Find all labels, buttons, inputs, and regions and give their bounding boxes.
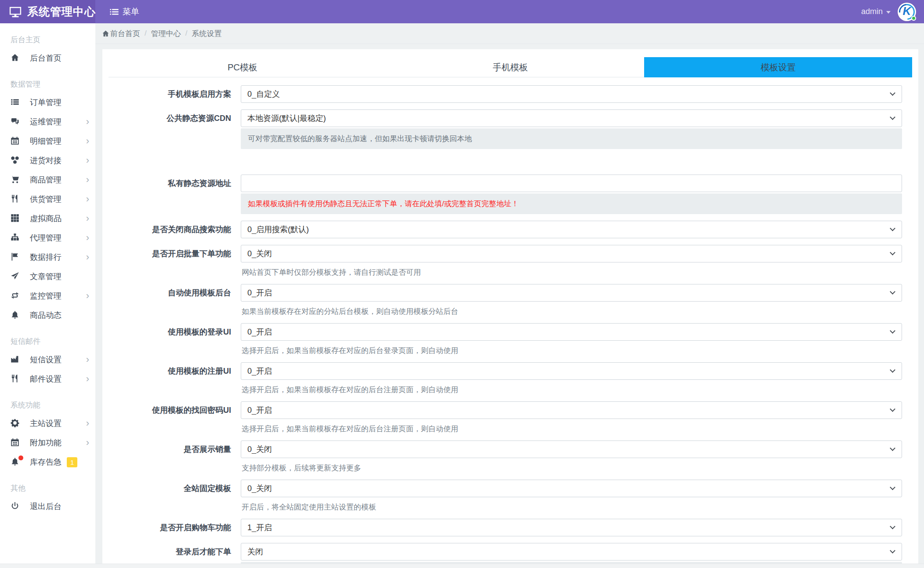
desktop-icon	[9, 5, 22, 18]
select-是否开启购物车功能[interactable]: 1_开启	[241, 519, 902, 536]
main-content: 前台首页/管理中心/系统设置 PC模板手机模板模板设置 手机模板启用方案0_自定…	[95, 23, 924, 568]
breadcrumb-item[interactable]: 前台首页	[110, 29, 140, 39]
select-使用模板的找回密码UI[interactable]: 0_开启	[241, 401, 902, 419]
chevron-right-icon: ›	[86, 117, 89, 127]
sidebar-item-订单管理[interactable]: 订单管理	[0, 93, 95, 112]
sitemap-icon	[11, 233, 20, 243]
form-control-wrap: 0_开启	[241, 362, 902, 380]
sidebar-item-label: 邮件设置	[30, 374, 62, 384]
form-row: 公共静态资源CDN本地资源(默认|最稳定)可对带宽配置较低的服务器站点加速，但如…	[109, 109, 902, 149]
sidebar-item-附加功能[interactable]: 附加功能›	[0, 433, 95, 452]
chevron-right-icon: ›	[86, 355, 89, 364]
menu-toggle-button[interactable]: 菜单	[95, 0, 149, 23]
tab-手机模板[interactable]: 手机模板	[377, 57, 645, 77]
chevron-right-icon: ›	[86, 291, 89, 301]
tab-模板设置[interactable]: 模板设置	[644, 57, 912, 77]
sidebar-item-监控管理[interactable]: 监控管理›	[0, 286, 95, 306]
avatar[interactable]: K	[898, 3, 916, 21]
select-使用模板的登录UI[interactable]: 0_开启	[241, 323, 902, 341]
industry-icon	[11, 355, 20, 364]
form-control-wrap: 0_启用搜索(默认)	[241, 221, 902, 238]
bell-icon	[11, 457, 20, 467]
sidebar-item-虚拟商品[interactable]: 虚拟商品›	[0, 209, 95, 228]
form-field: 0_开启选择开启后，如果当前模板存在对应的后台注册页面，则自动使用	[241, 362, 902, 395]
breadcrumb-item[interactable]: 管理中心	[151, 29, 181, 39]
sidebar-item-label: 库存告急	[30, 457, 62, 467]
sidebar-item-数据排行[interactable]: 数据排行›	[0, 248, 95, 267]
sidebar-item-label: 运维管理	[30, 117, 62, 127]
tab-PC模板[interactable]: PC模板	[109, 57, 377, 77]
breadcrumb: 前台首页/管理中心/系统设置	[95, 23, 924, 44]
select-登录后才能下单[interactable]: 关闭	[241, 543, 902, 561]
hamburger-icon	[109, 7, 119, 17]
settings-card: PC模板手机模板模板设置 手机模板启用方案0_自定义公共静态资源CDN本地资源(…	[102, 49, 918, 568]
sidebar-item-库存告急[interactable]: 库存告急1	[0, 452, 95, 472]
form-field: 0_关闭开启后，将全站固定使用主站设置的模板	[241, 480, 902, 512]
help-text: 选择开启后，如果当前模板存在对应的后台注册页面，则自动使用	[242, 424, 902, 434]
admin-dropdown[interactable]: admin	[861, 7, 891, 16]
warning-text: 如果模板或插件有使用伪静态且无法正常下单，请在此处填/或完整首页完整地址！	[241, 193, 902, 214]
sidebar-item-运维管理[interactable]: 运维管理›	[0, 112, 95, 131]
breadcrumb-item[interactable]: 系统设置	[192, 29, 221, 39]
avatar-logo: K	[903, 4, 911, 18]
form-label: 是否开启批量下单功能	[109, 245, 241, 277]
sidebar-item-文章管理[interactable]: 文章管理	[0, 267, 95, 286]
chevron-right-icon: ›	[86, 419, 89, 428]
sidebar-item-代理管理[interactable]: 代理管理›	[0, 228, 95, 248]
sidebar-item-短信设置[interactable]: 短信设置›	[0, 350, 95, 369]
form-row: 是否开启购物车功能1_开启	[109, 519, 902, 536]
sidebar-section-header: 其他	[0, 472, 95, 497]
select-使用模板的注册UI[interactable]: 0_开启	[241, 362, 902, 380]
sidebar-item-label: 明细管理	[30, 136, 62, 146]
text-input[interactable]	[241, 175, 902, 192]
form-field: 如果模板或插件有使用伪静态且无法正常下单，请在此处填/或完整首页完整地址！	[241, 175, 902, 214]
chevron-right-icon: ›	[86, 438, 89, 448]
cart-icon	[11, 175, 20, 185]
sidebar-item-label: 短信设置	[30, 354, 62, 365]
sidebar-item-label: 监控管理	[30, 291, 62, 301]
chevron-right-icon: ›	[86, 233, 89, 243]
form-row: 私有静态资源地址如果模板或插件有使用伪静态且无法正常下单，请在此处填/或完整首页…	[109, 175, 902, 214]
sidebar-item-label: 商品动态	[30, 310, 62, 320]
form-field: 1_开启	[241, 519, 902, 536]
form-label: 是否关闭商品搜索功能	[109, 221, 241, 238]
form-row: 是否展示销量0_关闭支持部分模板，后续将更新支持更多	[109, 441, 902, 473]
app-title: 系统管理中心	[27, 4, 96, 19]
select-手机模板启用方案[interactable]: 0_自定义	[241, 85, 902, 103]
sidebar-item-邮件设置[interactable]: 邮件设置›	[0, 369, 95, 389]
chevron-right-icon: ›	[86, 374, 89, 384]
select-全站固定模板[interactable]: 0_关闭	[241, 480, 902, 497]
sidebar-item-主站设置[interactable]: 主站设置›	[0, 414, 95, 433]
sidebar-item-label: 供货管理	[30, 194, 62, 204]
sidebar-item-明细管理[interactable]: 明细管理›	[0, 131, 95, 151]
sidebar-section-header: 后台主页	[0, 23, 95, 48]
sidebar-item-商品管理[interactable]: 商品管理›	[0, 170, 95, 189]
form-field: 0_自定义	[241, 85, 902, 103]
horizontal-scrollbar[interactable]	[0, 564, 924, 568]
form-field: 0_关闭支持部分模板，后续将更新支持更多	[241, 441, 902, 473]
select-公共静态资源CDN[interactable]: 本地资源(默认|最稳定)	[241, 109, 902, 127]
form-control-wrap: 1_开启	[241, 519, 902, 536]
select-自动使用模板后台[interactable]: 0_开启	[241, 284, 902, 302]
form-row: 是否开启批量下单功能0_关闭网站首页下单时仅部分模板支持，请自行测试是否可用	[109, 245, 902, 277]
form-row: 使用模板的注册UI0_开启选择开启后，如果当前模板存在对应的后台注册页面，则自动…	[109, 362, 902, 395]
sidebar-section-header: 短信邮件	[0, 325, 95, 350]
sidebar-item-后台首页[interactable]: 后台首页	[0, 48, 95, 68]
sidebar: 后台主页后台首页数据管理订单管理运维管理›明细管理›进货对接›商品管理›供货管理…	[0, 23, 95, 568]
sidebar-item-退出后台[interactable]: 退出后台	[0, 497, 95, 516]
form-control-wrap: 本地资源(默认|最稳定)	[241, 109, 902, 127]
help-text: 网站首页下单时仅部分模板支持，请自行测试是否可用	[242, 267, 902, 277]
form-label: 全站固定模板	[109, 480, 241, 512]
form-field: 0_开启选择开启后，如果当前模板存在对应的后台登录页面，则自动使用	[241, 323, 902, 356]
breadcrumb-separator: /	[185, 29, 188, 38]
sidebar-item-进货对接[interactable]: 进货对接›	[0, 151, 95, 170]
select-是否开启批量下单功能[interactable]: 0_关闭	[241, 245, 902, 262]
form-label: 自动使用模板后台	[109, 284, 241, 317]
select-是否展示销量[interactable]: 0_关闭	[241, 441, 902, 458]
sidebar-item-商品动态[interactable]: 商品动态	[0, 306, 95, 325]
select-是否关闭商品搜索功能[interactable]: 0_启用搜索(默认)	[241, 221, 902, 238]
sidebar-item-label: 附加功能	[30, 437, 62, 448]
sidebar-item-供货管理[interactable]: 供货管理›	[0, 189, 95, 209]
form-row: 手机模板启用方案0_自定义	[109, 85, 902, 103]
help-text: 如果当前模板存在对应的分站后台模板，则自动使用模板分站后台	[242, 306, 902, 317]
